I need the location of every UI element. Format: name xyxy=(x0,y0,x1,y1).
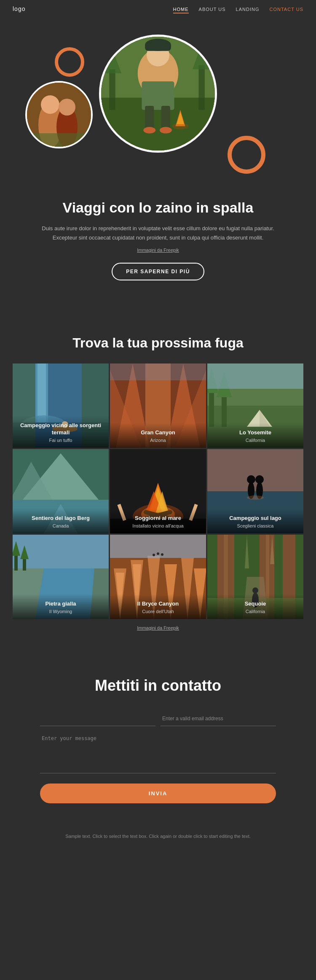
freepik-link[interactable]: Immagini da Freepik xyxy=(38,248,278,253)
svg-rect-42 xyxy=(209,389,214,427)
nav-link-contact[interactable]: CONTACT US xyxy=(270,7,304,12)
dest-title-2: Lo Yosemite xyxy=(212,429,298,436)
dest-subtitle-7: Cuore dell'Utah xyxy=(115,609,201,614)
dest-subtitle-6: Il Wyoming xyxy=(18,609,104,614)
dest-card-8[interactable]: Sequoie California xyxy=(207,535,303,619)
dest-subtitle-5: Sceglieni classica xyxy=(212,523,298,528)
hero-image-main xyxy=(99,35,217,153)
hero-text-block: Viaggi con lo zaino in spalla Duis aute … xyxy=(13,186,303,289)
dest-overlay-3: Sentiero del lago Berg Canada xyxy=(13,509,109,533)
trova-section: Trova la tua prossima fuga C xyxy=(0,314,316,652)
svg-point-105 xyxy=(252,587,258,593)
freepik-credit[interactable]: Immagini da Freepik xyxy=(13,625,303,639)
svg-point-72 xyxy=(255,475,264,484)
contact-form: INVIA xyxy=(40,711,276,808)
dest-card-6[interactable]: Pietra gialla Il Wyoming xyxy=(13,535,109,619)
dest-overlay-4: Soggiorni al mare Installato vicino all'… xyxy=(110,509,206,533)
svg-rect-11 xyxy=(145,43,171,51)
svg-rect-13 xyxy=(145,106,154,130)
dest-title-8: Sequoie xyxy=(212,600,298,608)
svg-point-94 xyxy=(157,552,159,555)
svg-rect-39 xyxy=(110,363,206,380)
email-input[interactable] xyxy=(161,711,276,726)
svg-rect-44 xyxy=(222,393,227,427)
dest-card-1[interactable]: Gran Canyon Arizona xyxy=(110,363,206,448)
dest-card-3[interactable]: Sentiero del lago Berg Canada xyxy=(13,449,109,533)
svg-point-70 xyxy=(247,475,255,484)
freepik-credit-link[interactable]: Immagini da Freepik xyxy=(137,625,179,630)
hero-photo-couple xyxy=(27,83,91,147)
nav-link-home[interactable]: HOME xyxy=(173,7,189,13)
dest-card-4[interactable]: Soggiorni al mare Installato vicino all'… xyxy=(110,449,206,533)
hero-section: Viaggi con lo zaino in spalla Duis aute … xyxy=(0,18,316,314)
dest-title-7: Il Bryce Canyon xyxy=(115,600,201,608)
svg-rect-78 xyxy=(13,535,109,568)
dest-card-5[interactable]: Campeggio sul lago Sceglieni classica xyxy=(207,449,303,533)
dest-overlay-7: Il Bryce Canyon Cuore dell'Utah xyxy=(110,594,206,619)
dest-title-0: Campeggio vicino alle sorgenti termali xyxy=(18,422,104,436)
hero-images xyxy=(13,26,303,186)
deco-circle-1 xyxy=(55,47,84,77)
dest-title-3: Sentiero del lago Berg xyxy=(18,515,104,522)
nav-link-landing[interactable]: LANDING xyxy=(236,7,260,12)
trova-title: Trova la tua prossima fuga xyxy=(13,335,303,351)
nav-links: HOME ABOUT US LANDING CONTACT US xyxy=(173,5,303,13)
hero-title: Viaggi con lo zaino in spalla xyxy=(38,199,278,216)
footer-text: Sample text. Click to select the text bo… xyxy=(13,833,303,840)
cta-button[interactable]: PER SAPERNE DI PIÙ xyxy=(112,263,204,280)
deco-circle-2 xyxy=(228,136,265,174)
svg-rect-12 xyxy=(142,81,174,110)
svg-point-2 xyxy=(41,95,59,114)
dest-card-7[interactable]: Il Bryce Canyon Cuore dell'Utah xyxy=(110,535,206,619)
destinations-grid: Campeggio vicino alle sorgenti termali F… xyxy=(13,363,303,619)
dest-overlay-2: Lo Yosemite California xyxy=(207,423,303,448)
svg-point-15 xyxy=(143,127,155,133)
logo[interactable]: logo xyxy=(13,5,25,12)
footer: Sample text. Click to select the text bo… xyxy=(0,824,316,853)
hero-description: Duis aute irure dolor in reprehenderit i… xyxy=(38,224,278,242)
nav-link-about[interactable]: ABOUT US xyxy=(199,7,226,12)
svg-rect-67 xyxy=(207,449,303,491)
svg-rect-26 xyxy=(37,363,46,423)
dest-subtitle-2: California xyxy=(212,438,298,443)
dest-overlay-5: Campeggio sul lago Sceglieni classica xyxy=(207,509,303,533)
dest-card-0[interactable]: Campeggio vicino alle sorgenti termali F… xyxy=(13,363,109,448)
dest-title-6: Pietra gialla xyxy=(18,600,104,608)
form-row-top xyxy=(40,711,276,726)
svg-point-16 xyxy=(160,127,172,133)
dest-subtitle-1: Arizona xyxy=(115,438,201,443)
dest-overlay-1: Gran Canyon Arizona xyxy=(110,423,206,448)
dest-overlay-8: Sequoie California xyxy=(207,594,303,619)
message-input[interactable] xyxy=(40,731,276,773)
dest-title-1: Gran Canyon xyxy=(115,429,201,436)
dest-overlay-0: Campeggio vicino alle sorgenti termali F… xyxy=(13,416,109,448)
dest-subtitle-0: Fai un tuffo xyxy=(18,438,104,443)
dest-overlay-6: Pietra gialla Il Wyoming xyxy=(13,594,109,619)
nav-item-about[interactable]: ABOUT US xyxy=(199,5,226,13)
svg-point-93 xyxy=(153,554,155,556)
svg-point-4 xyxy=(59,99,75,116)
svg-rect-14 xyxy=(161,106,170,130)
nav-item-contact[interactable]: CONTACT US xyxy=(270,5,304,13)
svg-point-95 xyxy=(161,553,163,556)
contact-section: Mettiti in contatto INVIA xyxy=(0,652,316,824)
dest-subtitle-8: California xyxy=(212,609,298,614)
hero-image-small xyxy=(25,81,93,148)
nav-item-landing[interactable]: LANDING xyxy=(236,5,260,13)
svg-point-73 xyxy=(247,495,264,500)
nav-item-home[interactable]: HOME xyxy=(173,5,189,13)
dest-title-4: Soggiorni al mare xyxy=(115,515,201,522)
name-input[interactable] xyxy=(40,711,155,726)
dest-subtitle-3: Canada xyxy=(18,523,104,528)
navbar: logo HOME ABOUT US LANDING CONTACT US xyxy=(0,0,316,18)
dest-card-2[interactable]: Lo Yosemite California xyxy=(207,363,303,448)
svg-rect-5 xyxy=(27,133,93,148)
svg-rect-17 xyxy=(109,69,115,110)
submit-button[interactable]: INVIA xyxy=(40,783,276,803)
svg-rect-48 xyxy=(207,363,303,389)
dest-subtitle-4: Installato vicino all'acqua xyxy=(115,523,201,528)
dest-title-5: Campeggio sul lago xyxy=(212,515,298,522)
svg-rect-19 xyxy=(198,65,204,110)
contact-title: Mettiti in contatto xyxy=(34,677,282,695)
hero-photo-main xyxy=(101,37,215,151)
